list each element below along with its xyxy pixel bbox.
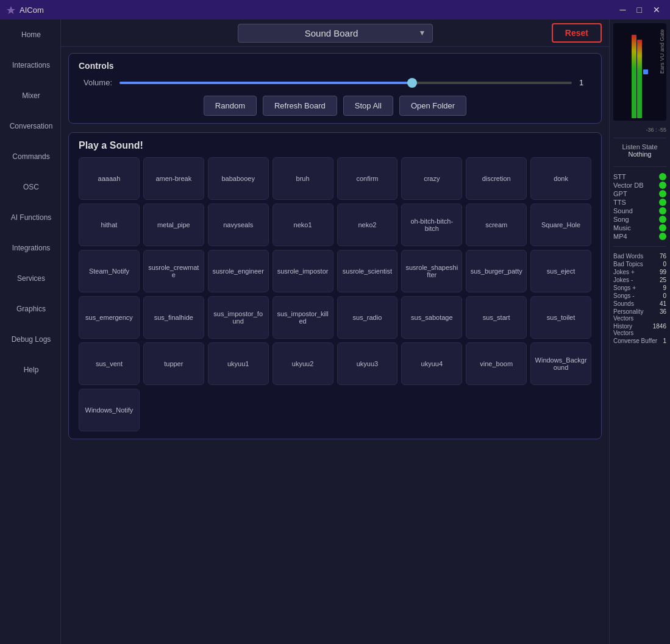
stat-value: 9 xyxy=(663,285,666,291)
controls-buttons: Random Refresh Board Stop All Open Folde… xyxy=(79,96,591,116)
sound-button-susrole_shapeshifter[interactable]: susrole_shapeshifter xyxy=(401,250,462,292)
sidebar-item-conversation[interactable]: Conversation xyxy=(0,111,60,141)
titlebar-controls: ─ □ ✕ xyxy=(616,4,664,16)
sound-button-Windows_Background[interactable]: Windows_Background xyxy=(530,342,591,385)
sound-button-amen-break[interactable]: amen-break xyxy=(143,157,204,200)
content-area: Sound Board ▼ Reset Controls Volume: 1 R… xyxy=(61,19,609,644)
sounds-section: Play a Sound! aaaaahamen-breakbababooeyb… xyxy=(68,132,602,439)
sidebar-item-osc[interactable]: OSC xyxy=(0,172,60,202)
sound-button-sus_radio[interactable]: sus_radio xyxy=(337,296,398,339)
sidebar: Home Interactions Mixer Conversation Com… xyxy=(0,19,61,644)
sound-button-aaaaah[interactable]: aaaaah xyxy=(79,157,140,200)
stat-label: Jokes + xyxy=(613,269,635,275)
status-row-song: Song xyxy=(613,216,666,223)
status-row-sound: Sound xyxy=(613,207,666,214)
divider-2 xyxy=(613,166,666,167)
sound-button-Windows_Notify[interactable]: Windows_Notify xyxy=(79,389,140,431)
sidebar-item-services[interactable]: Services xyxy=(0,263,60,294)
sidebar-item-graphics[interactable]: Graphics xyxy=(0,294,60,324)
sound-button-susrole_engineer[interactable]: susrole_engineer xyxy=(208,250,269,292)
status-row-music: Music xyxy=(613,224,666,232)
status-label-song: Song xyxy=(613,216,629,223)
sound-button-tupper[interactable]: tupper xyxy=(143,342,204,385)
minimize-button[interactable]: ─ xyxy=(616,4,630,16)
sound-button-sus_impostor_found[interactable]: sus_impostor_found xyxy=(208,296,269,339)
volume-slider[interactable] xyxy=(119,82,572,84)
sidebar-item-integrations[interactable]: Integrations xyxy=(0,233,60,263)
sound-button-sus_start[interactable]: sus_start xyxy=(466,296,527,339)
sound-button-sus_burger_patty[interactable]: sus_burger_patty xyxy=(466,250,527,292)
sound-button-oh-bitch-bitch-bitch[interactable]: oh-bitch-bitch-bitch xyxy=(401,203,462,246)
sound-button-sus_emergency[interactable]: sus_emergency xyxy=(79,296,140,339)
sound-button-sus_finalhide[interactable]: sus_finalhide xyxy=(143,296,204,339)
sound-button-ukyuu1[interactable]: ukyuu1 xyxy=(208,342,269,385)
sound-button-hithat[interactable]: hithat xyxy=(79,203,140,246)
stat-label: History Vectors xyxy=(613,323,653,336)
sound-button-sus_impostor_killed[interactable]: sus_impostor_killed xyxy=(273,296,333,339)
sidebar-item-interactions[interactable]: Interactions xyxy=(0,50,60,80)
sound-button-sus_eject[interactable]: sus_eject xyxy=(530,250,591,292)
status-dot-vector db xyxy=(659,182,666,189)
sidebar-item-mixer[interactable]: Mixer xyxy=(0,80,60,111)
stat-label: Bad Words xyxy=(613,253,643,260)
open-folder-button[interactable]: Open Folder xyxy=(399,96,466,116)
stat-label: Sounds xyxy=(613,300,634,307)
sound-button-bababooey[interactable]: bababooey xyxy=(208,157,269,200)
sidebar-item-debug-logs[interactable]: Debug Logs xyxy=(0,324,60,355)
sound-button-sus_vent[interactable]: sus_vent xyxy=(79,342,140,385)
status-dot-tts xyxy=(659,199,666,206)
reset-button[interactable]: Reset xyxy=(552,23,602,43)
sound-button-susrole_impostor[interactable]: susrole_impostor xyxy=(273,250,333,292)
soundboard-dropdown[interactable]: Sound Board ▼ xyxy=(238,24,433,43)
status-dot-mp4 xyxy=(659,233,666,240)
listen-state-label: Listen State xyxy=(613,143,666,150)
vu-ears-label: Ears VU and Gate xyxy=(659,29,665,74)
sound-button-discretion[interactable]: discretion xyxy=(466,157,527,200)
status-dot-gpt xyxy=(659,190,666,197)
vu-bar-group-left xyxy=(632,26,642,118)
stop-all-button[interactable]: Stop All xyxy=(343,96,393,116)
status-label-gpt: GPT xyxy=(613,190,627,197)
status-row-mp4: MP4 xyxy=(613,233,666,240)
close-button[interactable]: ✕ xyxy=(649,4,664,16)
sound-button-ukyuu3[interactable]: ukyuu3 xyxy=(337,342,398,385)
sound-button-vine_boom[interactable]: vine_boom xyxy=(466,342,527,385)
sound-button-Steam_Notify[interactable]: Steam_Notify xyxy=(79,250,140,292)
sound-button-neko2[interactable]: neko2 xyxy=(337,203,398,246)
dropdown-arrow-icon: ▼ xyxy=(419,29,426,37)
sound-button-sus_toilet[interactable]: sus_toilet xyxy=(530,296,591,339)
sound-button-Square_Hole[interactable]: Square_Hole xyxy=(530,203,591,246)
sound-button-donk[interactable]: donk xyxy=(530,157,591,200)
sound-button-confirm[interactable]: confirm xyxy=(337,157,398,200)
refresh-board-button[interactable]: Refresh Board xyxy=(263,96,337,116)
titlebar-left: AICom xyxy=(6,5,44,15)
sidebar-item-commands[interactable]: Commands xyxy=(0,141,60,172)
sound-button-susrole_scientist[interactable]: susrole_scientist xyxy=(337,250,398,292)
stat-label: Personality Vectors xyxy=(613,308,660,322)
sound-button-metal_pipe[interactable]: metal_pipe xyxy=(143,203,204,246)
sounds-section-title: Play a Sound! xyxy=(79,140,591,151)
sound-button-sus_sabotage[interactable]: sus_sabotage xyxy=(401,296,462,339)
stat-row-bad-words: Bad Words76 xyxy=(613,253,666,260)
sound-button-bruh[interactable]: bruh xyxy=(273,157,333,200)
controls-section: Controls Volume: 1 Random Refresh Board … xyxy=(68,53,602,124)
sounds-grid: aaaaahamen-breakbababooeybruhconfirmcraz… xyxy=(79,157,591,431)
sidebar-item-home[interactable]: Home xyxy=(0,19,60,50)
random-button[interactable]: Random xyxy=(204,96,257,116)
controls-title: Controls xyxy=(79,61,591,71)
sound-button-scream[interactable]: scream xyxy=(466,203,527,246)
sound-button-susrole_crewmate[interactable]: susrole_crewmate xyxy=(143,250,204,292)
stat-value: 36 xyxy=(660,308,666,322)
stats-section: Bad Words76Bad Topics0Jokes +99Jokes -25… xyxy=(613,252,666,345)
sidebar-item-help[interactable]: Help xyxy=(0,355,60,385)
maximize-button[interactable]: □ xyxy=(633,4,646,16)
volume-row: Volume: 1 xyxy=(79,78,591,87)
sound-button-neko1[interactable]: neko1 xyxy=(273,203,333,246)
stat-label: Converse Buffer xyxy=(613,338,657,344)
stat-label: Jokes - xyxy=(613,277,633,283)
sound-button-ukyuu2[interactable]: ukyuu2 xyxy=(273,342,333,385)
sound-button-ukyuu4[interactable]: ukyuu4 xyxy=(401,342,462,385)
sound-button-navyseals[interactable]: navyseals xyxy=(208,203,269,246)
sound-button-crazy[interactable]: crazy xyxy=(401,157,462,200)
sidebar-item-ai-functions[interactable]: AI Functions xyxy=(0,202,60,233)
